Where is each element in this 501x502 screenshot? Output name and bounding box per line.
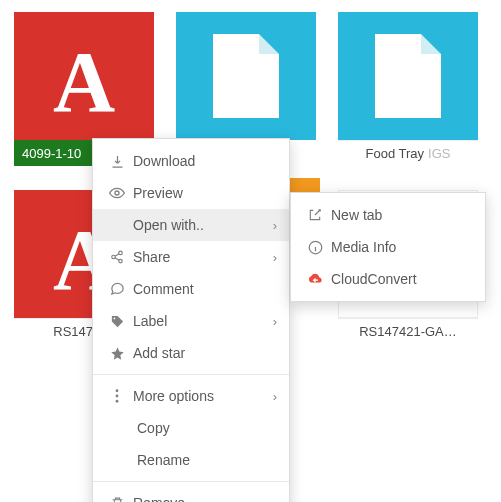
menu-item-download[interactable]: Download (93, 145, 289, 177)
menu-label: Rename (137, 452, 277, 468)
thumbnail (176, 12, 316, 140)
context-submenu: New tab Media Info CloudConvert (290, 192, 486, 302)
menu-item-comment[interactable]: Comment (93, 273, 289, 305)
menu-label: New tab (331, 207, 473, 223)
more-icon (105, 389, 129, 403)
chevron-right-icon: › (273, 389, 277, 404)
file-label: Food Tray IGS (338, 140, 478, 166)
thumbnail-partial (290, 178, 320, 192)
autocad-icon: A (53, 39, 115, 125)
menu-label: Share (133, 249, 273, 265)
menu-label: Preview (133, 185, 277, 201)
eye-icon (105, 187, 129, 199)
svg-point-1 (119, 251, 123, 255)
menu-label: Comment (133, 281, 277, 297)
menu-label: Download (133, 153, 277, 169)
menu-item-remove[interactable]: Remove (93, 487, 289, 502)
menu-separator (93, 374, 289, 375)
context-menu: Download Preview Open with.. › Share › C… (92, 138, 290, 502)
menu-label: Open with.. (133, 217, 273, 233)
svg-point-3 (119, 259, 123, 263)
svg-point-7 (116, 400, 119, 403)
trash-icon (105, 496, 129, 503)
menu-item-preview[interactable]: Preview (93, 177, 289, 209)
star-icon (105, 346, 129, 361)
tag-icon (105, 314, 129, 329)
menu-label: Remove (133, 495, 277, 502)
file-name: Food Tray (366, 146, 425, 161)
menu-item-rename[interactable]: Rename (93, 444, 289, 476)
menu-label: CloudConvert (331, 271, 473, 287)
svg-point-6 (116, 395, 119, 398)
menu-separator (93, 481, 289, 482)
info-icon (303, 240, 327, 255)
chevron-right-icon: › (273, 314, 277, 329)
cloudconvert-icon (303, 273, 327, 285)
thumbnail (338, 12, 478, 140)
chevron-right-icon: › (273, 250, 277, 265)
thumbnail: A (14, 12, 154, 140)
document-icon (375, 34, 441, 118)
submenu-item-new-tab[interactable]: New tab (291, 199, 485, 231)
file-label: RS147421-GA… (338, 318, 478, 344)
menu-label: More options (133, 388, 273, 404)
share-icon (105, 250, 129, 264)
menu-item-open-with[interactable]: Open with.. › (93, 209, 289, 241)
document-icon (213, 34, 279, 118)
external-link-icon (303, 208, 327, 222)
comment-icon (105, 282, 129, 296)
menu-label: Label (133, 313, 273, 329)
file-extension: IGS (428, 146, 450, 161)
menu-label: Media Info (331, 239, 473, 255)
menu-item-share[interactable]: Share › (93, 241, 289, 273)
svg-point-5 (116, 389, 119, 392)
menu-item-label[interactable]: Label › (93, 305, 289, 337)
menu-item-add-star[interactable]: Add star (93, 337, 289, 369)
svg-point-0 (115, 191, 119, 195)
chevron-right-icon: › (273, 218, 277, 233)
menu-label: Copy (137, 420, 277, 436)
download-icon (105, 154, 129, 169)
menu-item-more-options[interactable]: More options › (93, 380, 289, 412)
menu-label: Add star (133, 345, 277, 361)
svg-point-2 (112, 255, 116, 259)
file-tile[interactable]: Food Tray IGS (338, 12, 478, 166)
submenu-item-media-info[interactable]: Media Info (291, 231, 485, 263)
menu-item-copy[interactable]: Copy (93, 412, 289, 444)
svg-point-4 (113, 317, 115, 319)
submenu-item-cloudconvert[interactable]: CloudConvert (291, 263, 485, 295)
